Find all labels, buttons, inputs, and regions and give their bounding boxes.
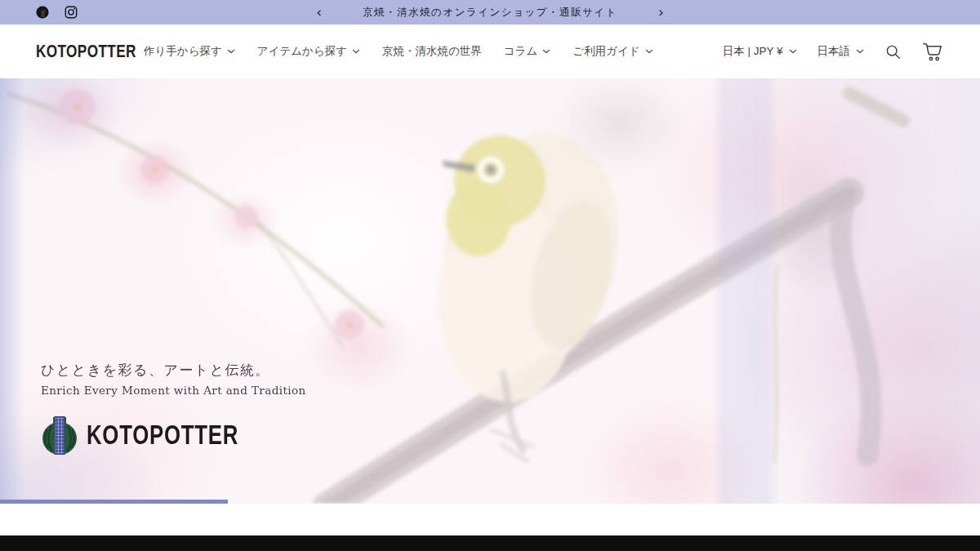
hero-brand-text: KOTOPOTTER bbox=[87, 420, 238, 451]
hero-caption: ひとときを彩る、アートと伝統。 Enrich Every Moment with… bbox=[41, 361, 306, 455]
nav-item-label: コラム bbox=[504, 44, 537, 59]
hero-tagline-en: Enrich Every Moment with Art and Traditi… bbox=[41, 384, 306, 397]
prev-arrow[interactable]: ‹ bbox=[314, 6, 323, 20]
header-utilities: 日本 | JPY ¥ 日本語 bbox=[723, 42, 944, 62]
country-currency-label: 日本 | JPY ¥ bbox=[723, 44, 783, 59]
footer-strip bbox=[0, 535, 980, 551]
language-selector[interactable]: 日本語 bbox=[817, 44, 865, 59]
chevron-down-icon bbox=[789, 49, 797, 54]
chevron-down-icon bbox=[856, 49, 864, 54]
cart-icon[interactable] bbox=[922, 42, 944, 62]
social-links: f bbox=[36, 6, 78, 19]
nav-item-label: アイテムから探す bbox=[257, 44, 347, 59]
chevron-down-icon bbox=[645, 49, 653, 54]
blossoms bbox=[60, 89, 364, 340]
nav-item-column[interactable]: コラム bbox=[504, 44, 550, 59]
announcement-text: 京焼・清水焼のオンラインショップ・通販サイト bbox=[363, 6, 617, 20]
main-nav: 作り手から探す アイテムから探す 京焼・清水焼の世界 コラム ご利用ガイド bbox=[144, 44, 653, 59]
header-logo[interactable]: KOTOPOTTER bbox=[36, 41, 111, 62]
nav-item-guide[interactable]: ご利用ガイド bbox=[572, 44, 653, 59]
country-currency-selector[interactable]: 日本 | JPY ¥ bbox=[723, 44, 797, 59]
chevron-down-icon bbox=[542, 49, 550, 54]
hero-tagline-jp: ひとときを彩る、アートと伝統。 bbox=[41, 361, 306, 380]
svg-text:f: f bbox=[42, 8, 45, 18]
next-arrow[interactable]: › bbox=[657, 6, 666, 20]
hero-brand-logo: KOTOPOTTER bbox=[41, 415, 306, 455]
chevron-down-icon bbox=[352, 49, 360, 54]
nav-item-items[interactable]: アイテムから探す bbox=[257, 44, 360, 59]
white-eye-bird bbox=[418, 114, 644, 462]
brand-pot-icon bbox=[41, 415, 78, 455]
chevron-down-icon bbox=[227, 49, 235, 54]
nav-item-label: 京焼・清水焼の世界 bbox=[382, 44, 482, 59]
announcement-bar: f ‹ 京焼・清水焼のオンラインショップ・通販サイト › bbox=[0, 0, 980, 24]
nav-item-label: 作り手から探す bbox=[144, 44, 222, 59]
twig bbox=[7, 93, 384, 327]
hero-section: ひとときを彩る、アートと伝統。 Enrich Every Moment with… bbox=[0, 78, 980, 504]
facebook-icon[interactable]: f bbox=[36, 6, 49, 19]
carousel-progress-bar bbox=[0, 500, 228, 504]
search-icon[interactable] bbox=[884, 43, 902, 60]
instagram-icon[interactable] bbox=[65, 6, 78, 19]
content-gap bbox=[0, 504, 980, 535]
language-label: 日本語 bbox=[817, 44, 851, 59]
nav-item-makers[interactable]: 作り手から探す bbox=[144, 44, 235, 59]
nav-item-world[interactable]: 京焼・清水焼の世界 bbox=[382, 44, 482, 59]
branch bbox=[327, 93, 903, 504]
main-header: KOTOPOTTER 作り手から探す アイテムから探す 京焼・清水焼の世界 コラ… bbox=[0, 24, 980, 78]
nav-item-label: ご利用ガイド bbox=[572, 44, 639, 59]
